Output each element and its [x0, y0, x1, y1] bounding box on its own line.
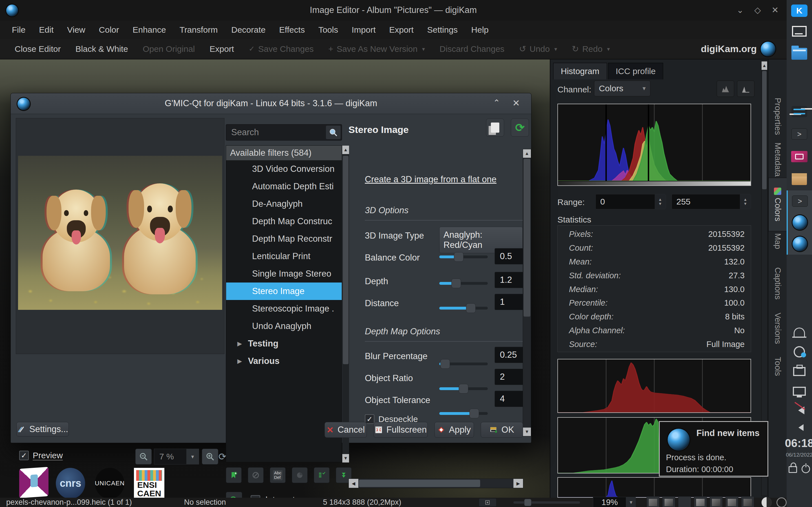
preview-image[interactable]	[18, 156, 222, 310]
add-fave-button[interactable]	[226, 467, 242, 483]
file-manager-button[interactable]	[786, 41, 812, 66]
search-icon[interactable]	[326, 126, 341, 139]
object-ratio-value[interactable]: 2	[495, 369, 526, 385]
range-min-spinbox[interactable]: 0▲▼	[596, 194, 666, 209]
filter-item-selected[interactable]: Stereo Image	[226, 283, 342, 300]
preview-checkbox[interactable]: ✓ Preview	[19, 451, 63, 460]
close-window-button[interactable]: ✕	[768, 5, 782, 15]
linear-scale-button[interactable]	[737, 80, 755, 97]
channel-select[interactable]: Colors▾	[594, 80, 651, 96]
filter-description-link[interactable]: Create a 3D image from a flat one	[365, 174, 497, 184]
cancel-button[interactable]: ✕Cancel	[324, 422, 367, 438]
black-white-button[interactable]: Black & White	[68, 41, 135, 57]
display-tray-icon[interactable]	[786, 381, 812, 401]
tab-icc-profile[interactable]: ICC profile	[608, 63, 663, 79]
circle-outline-button[interactable]	[776, 497, 786, 507]
discard-changes-button[interactable]: Discard Changes	[432, 41, 512, 57]
thumb-button[interactable]	[678, 496, 691, 507]
filter-item[interactable]: Undo Anaglyph	[226, 318, 342, 335]
object-tolerance-value[interactable]: 4	[495, 391, 526, 407]
gmic-close-button[interactable]: ✕	[512, 98, 520, 108]
params-hscrollbar[interactable]: ◀ ▶	[349, 478, 523, 488]
filters-header[interactable]: Available filters (584)	[226, 146, 342, 160]
rename-fave-button[interactable]: AbcDef	[270, 467, 286, 483]
menu-export[interactable]: Export	[382, 23, 420, 37]
restore-window-button[interactable]: ◇	[751, 5, 765, 15]
scroll-down-arrow[interactable]: ▼	[342, 454, 349, 462]
thumb-button[interactable]	[694, 496, 707, 507]
scroll-up-arrow[interactable]: ▲	[523, 149, 531, 158]
ok-button[interactable]: OK	[481, 422, 523, 438]
menu-file[interactable]: File	[5, 23, 32, 37]
fullscreen-button[interactable]: Fullscreen	[373, 422, 428, 438]
clock[interactable]: 06:18	[786, 436, 812, 451]
depth-value[interactable]: 1.2	[495, 272, 526, 288]
hscrollbar-thumb[interactable]	[359, 480, 480, 487]
digikam-org-link[interactable]: digiKam.org	[701, 42, 786, 56]
notification-popup[interactable]: Find new items Process is done. Duration…	[659, 421, 768, 476]
taskbar-terminal[interactable]: >	[786, 190, 812, 212]
menu-decorate[interactable]: Decorate	[224, 23, 272, 37]
filter-item[interactable]: Automatic Depth Esti	[226, 178, 342, 195]
redo-button[interactable]: ↻Redo▾	[564, 41, 617, 57]
package-button[interactable]	[786, 168, 812, 190]
notifications-tray-icon[interactable]	[786, 322, 812, 342]
shade-window-button[interactable]: ⌄	[733, 5, 747, 15]
zoom-level-combo[interactable]: 7 %▾	[154, 449, 199, 464]
volume-tray-icon[interactable]	[786, 401, 812, 420]
zoom-slider[interactable]	[513, 501, 580, 504]
scroll-up-arrow[interactable]: ▲	[342, 146, 349, 154]
log-scale-button[interactable]	[717, 80, 734, 97]
filter-item[interactable]: De-Anaglyph	[226, 195, 342, 213]
distance-slider[interactable]	[439, 307, 488, 309]
params-scrollbar[interactable]: ▲ ▼	[523, 149, 531, 436]
distance-value[interactable]: 1	[495, 294, 526, 310]
depth-slider[interactable]	[439, 282, 488, 285]
visible-filters-button[interactable]	[314, 467, 329, 483]
gmic-shade-button[interactable]: ⌃	[493, 98, 500, 108]
thumb-button[interactable]	[741, 496, 754, 507]
open-original-button[interactable]: Open Original	[135, 41, 202, 57]
menu-color[interactable]: Color	[92, 23, 126, 37]
zoom-out-button[interactable]	[135, 449, 152, 464]
thumb-button[interactable]	[662, 496, 675, 507]
object-ratio-slider[interactable]	[439, 387, 488, 390]
scroll-right-arrow[interactable]: ▶	[513, 479, 523, 488]
show-desktop-button[interactable]	[786, 21, 812, 41]
contrast-icon-button[interactable]	[762, 497, 772, 507]
balance-color-slider[interactable]	[439, 256, 488, 258]
undo-button[interactable]: ↺Undo▾	[512, 41, 564, 57]
filter-item[interactable]: Depth Map Construc	[226, 213, 342, 230]
zoom-percent-combo[interactable]: 19%	[593, 497, 626, 507]
zoom-slider-handle[interactable]	[524, 499, 531, 506]
taskbar-digikam-1[interactable]	[786, 212, 812, 233]
close-editor-button[interactable]: Close Editor	[7, 41, 68, 57]
menu-tools[interactable]: Tools	[312, 23, 345, 37]
blur-percentage-slider[interactable]	[439, 362, 488, 365]
filter-group-various[interactable]: ▶Various	[226, 352, 342, 370]
fit-window-button[interactable]	[479, 498, 497, 507]
gmic-dialog-titlebar[interactable]: G'MIC-Qt for digiKam - Linux 64 bits - 3…	[11, 93, 531, 114]
copy-command-button[interactable]	[486, 119, 504, 136]
search-input[interactable]: Search	[226, 124, 342, 140]
filter-group-testing[interactable]: ▶Testing	[226, 335, 342, 352]
thumb-button[interactable]	[710, 496, 723, 507]
scroll-down-arrow[interactable]: ▼	[523, 428, 531, 436]
terminal-button[interactable]: >	[786, 123, 812, 145]
settings-launcher-button[interactable]	[786, 100, 812, 123]
filter-item[interactable]: Stereoscopic Image .	[226, 300, 342, 318]
sidetab-tools[interactable]: Tools	[768, 348, 787, 385]
date[interactable]: 06/12/2022	[786, 451, 812, 459]
zoom-caret[interactable]: ▼	[626, 497, 636, 507]
filters-scrollbar-thumb[interactable]	[343, 156, 349, 364]
thumb-button[interactable]	[647, 496, 659, 507]
blur-percentage-value[interactable]: 0.25	[495, 347, 526, 363]
scroll-up-arrow[interactable]: ▲	[762, 61, 767, 70]
thumb-button[interactable]	[725, 496, 739, 507]
reload-previews-button-disabled[interactable]	[292, 467, 308, 483]
tab-histogram[interactable]: Histogram	[553, 63, 607, 79]
menu-view[interactable]: View	[60, 23, 92, 37]
filters-scrollbar[interactable]: ▲ ▼	[342, 146, 349, 462]
remove-fave-button-disabled[interactable]	[248, 467, 264, 483]
menu-edit[interactable]: Edit	[32, 23, 60, 37]
